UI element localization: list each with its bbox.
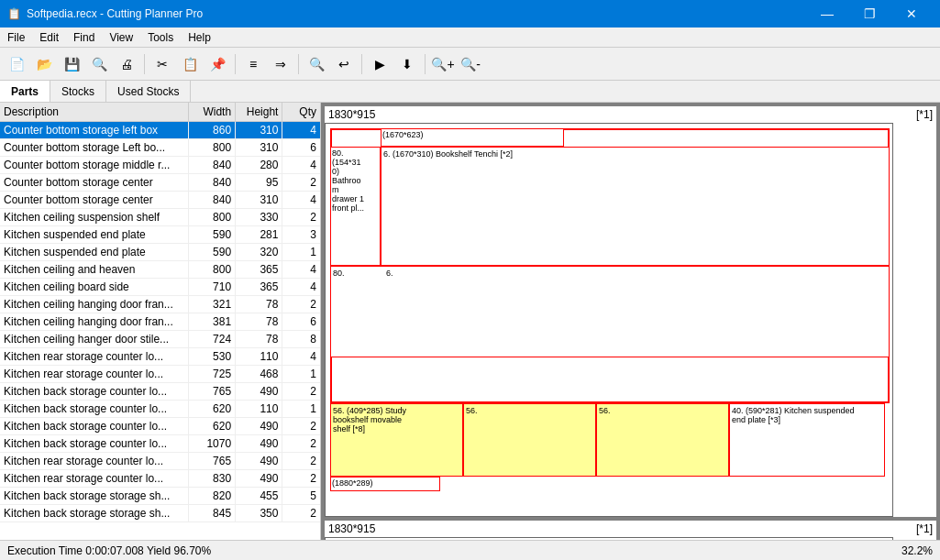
col-header-description: Description [0,103,188,122]
new-button[interactable]: 📄 [4,51,29,77]
col-header-width: Width [188,103,235,122]
parts-row-description: Kitchen back storage counter lo... [0,383,188,401]
parts-row-width: 800 [188,139,235,157]
parts-table-body: Counter bottom storage left box8603104Co… [0,122,320,522]
parts-table-row[interactable]: Kitchen back storage counter lo...765490… [0,383,320,401]
parts-table-row[interactable]: Kitchen rear storage counter lo...530110… [0,348,320,366]
parts-table-row[interactable]: Counter bottom storage left box8603104 [0,122,320,139]
parts-table-row[interactable]: Kitchen rear storage counter lo...765490… [0,453,320,470]
close-button[interactable]: ✕ [890,0,933,27]
parts-row-width: 860 [188,122,235,139]
parts-row-description: Kitchen rear storage counter lo... [0,470,188,488]
minimize-button[interactable]: — [806,0,848,27]
parts-row-description: Kitchen ceiling hanging door fran... [0,313,188,331]
cut-button[interactable]: ✂ [149,51,175,77]
arrows-button[interactable]: ⇒ [268,51,293,77]
tab-used-stocks[interactable]: Used Stocks [106,81,191,102]
piece-1880-289: (1880*289) [330,477,440,491]
sheet-2-header: 1830*915 [*1] [325,521,936,537]
menu-help[interactable]: Help [181,27,218,48]
parts-row-qty: 2 [282,418,320,435]
parts-table-row[interactable]: Kitchen ceiling hanging door fran...3217… [0,296,320,313]
parts-row-width: 840 [188,157,235,174]
piece-num: 80. [332,148,379,158]
parts-row-qty: 5 [282,488,320,505]
parts-table-row[interactable]: Kitchen ceiling and heaven8003654 [0,261,320,279]
diagram-panel[interactable]: 1830*915 [*1] (1670*623) 80. (154*31 0) … [321,103,940,540]
list-button[interactable]: ≡ [240,51,266,77]
search-button[interactable]: 🔍 [304,51,329,77]
parts-row-height: 320 [236,244,282,261]
zoom-out-button[interactable]: 🔍- [458,51,483,77]
menu-tools[interactable]: Tools [140,27,181,48]
print-preview-button[interactable]: 🔍 [86,51,112,77]
menu-find[interactable]: Find [66,27,102,48]
download-button[interactable]: ⬇ [394,51,420,77]
parts-table-row[interactable]: Kitchen rear storage counter lo...725468… [0,366,320,383]
piece-bookshelf-tenchi: 6. (1670*310) Bookshelf Tenchi [*2] [381,147,890,266]
parts-table-row[interactable]: Kitchen suspended end plate5903201 [0,244,320,261]
parts-table-row[interactable]: Counter bottom storage center840952 [0,174,320,192]
parts-row-qty: 6 [282,313,320,331]
parts-row-height: 110 [236,348,282,366]
parts-row-height: 78 [236,313,282,331]
parts-row-height: 468 [236,366,282,383]
sheet-1-header: 1830*915 [*1] [325,106,936,123]
parts-table-row[interactable]: Kitchen suspended end plate5902813 [0,226,320,244]
parts-row-width: 840 [188,192,235,209]
parts-row-height: 350 [236,505,282,522]
parts-table-row[interactable]: Kitchen ceiling hanger door stile...7247… [0,331,320,348]
maximize-button[interactable]: ❐ [848,0,890,27]
parts-table-row[interactable]: Kitchen ceiling hanging door fran...3817… [0,313,320,331]
parts-row-description: Kitchen back storage counter lo... [0,435,188,453]
parts-table-row[interactable]: Counter bottom storage center8403104 [0,192,320,209]
parts-row-description: Kitchen suspended end plate [0,226,188,244]
save-button[interactable]: 💾 [59,51,84,77]
parts-row-qty: 2 [282,174,320,192]
parts-row-qty: 2 [282,453,320,470]
parts-table-row[interactable]: Counter bottom storage middle r...840280… [0,157,320,174]
parts-row-height: 310 [236,122,282,139]
parts-table-row[interactable]: Kitchen ceiling suspension shelf8003302 [0,209,320,226]
menu-view[interactable]: View [102,27,140,48]
print-button[interactable]: 🖨 [114,51,139,77]
diagram-content: 1830*915 [*1] (1670*623) 80. (154*31 0) … [325,106,936,540]
parts-row-qty: 8 [282,331,320,348]
tab-parts[interactable]: Parts [0,81,50,102]
parts-table-row[interactable]: Kitchen back storage counter lo...620110… [0,401,320,418]
col-header-height: Height [236,103,282,122]
open-button[interactable]: 📂 [31,51,57,77]
parts-row-description: Kitchen ceiling suspension shelf [0,209,188,226]
parts-row-height: 281 [236,226,282,244]
parts-table-row[interactable]: Counter bottom storage Left bo...8003106 [0,139,320,157]
parts-row-width: 590 [188,226,235,244]
parts-table-row[interactable]: Kitchen back storage counter lo...107049… [0,435,320,453]
zoom-in-button[interactable]: 🔍+ [430,51,456,77]
undo-button[interactable]: ↩ [331,51,357,77]
copy-button[interactable]: 📋 [177,51,203,77]
parts-table-row[interactable]: Kitchen rear storage counter lo...830490… [0,470,320,488]
toolbar-separator-2 [235,54,236,74]
piece-study-bookshelf-2: 56. [463,403,596,477]
paste-button[interactable]: 📌 [205,51,230,77]
parts-table-row[interactable]: Kitchen ceiling board side7103654 [0,279,320,296]
parts-row-width: 381 [188,313,235,331]
menu-edit[interactable]: Edit [32,27,66,48]
parts-table-row[interactable]: Kitchen back storage storage sh...820455… [0,488,320,505]
parts-row-width: 590 [188,244,235,261]
parts-row-width: 765 [188,383,235,401]
tab-stocks[interactable]: Stocks [50,81,106,102]
parts-scroll-container: Description Width Height Qty Counter bot… [0,103,320,540]
parts-row-description: Kitchen rear storage counter lo... [0,366,188,383]
parts-row-height: 490 [236,418,282,435]
piece-80-6: 80. 6. [330,266,890,357]
menu-file[interactable]: File [0,27,32,48]
parts-table-row[interactable]: Kitchen back storage storage sh...845350… [0,505,320,522]
parts-row-width: 800 [188,261,235,279]
parts-row-width: 530 [188,348,235,366]
app-icon: 📋 [7,7,21,20]
parts-scroll-inner[interactable]: Description Width Height Qty Counter bot… [0,103,320,540]
parts-table-row[interactable]: Kitchen back storage counter lo...620490… [0,418,320,435]
play-button[interactable]: ▶ [367,51,393,77]
menu-bar: File Edit Find View Tools Help [0,27,940,48]
